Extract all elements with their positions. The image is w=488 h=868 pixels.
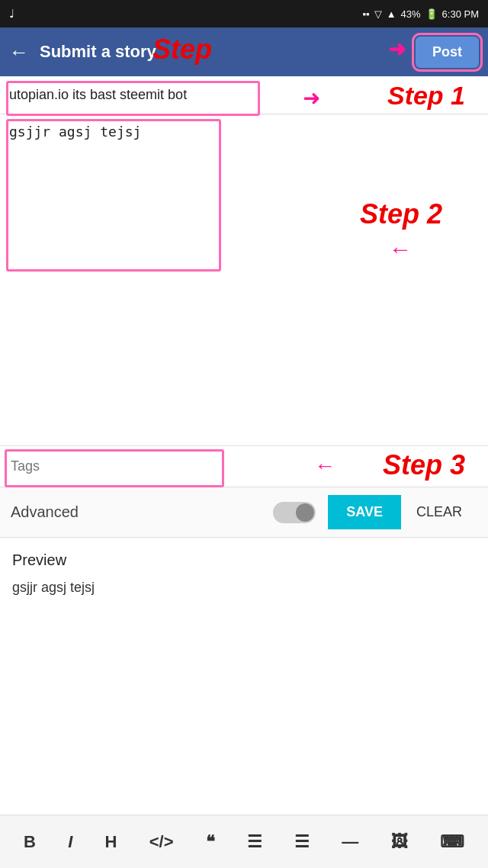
- italic-button[interactable]: I: [62, 826, 79, 858]
- step3-arrow: ←: [314, 454, 336, 478]
- signal-icon: ▪▪: [362, 8, 369, 20]
- step3-label: Step 3: [383, 449, 465, 481]
- music-icon: ♩: [9, 7, 14, 21]
- toggle-thumb: [296, 503, 314, 522]
- code-button[interactable]: </>: [143, 826, 180, 858]
- toggle-track: [273, 502, 316, 523]
- save-button[interactable]: SAVE: [328, 495, 401, 529]
- title-row: ➜ Step 1: [0, 76, 488, 114]
- image-button[interactable]: 🖼: [385, 826, 414, 858]
- battery-icon: 🔋: [425, 8, 438, 20]
- quote-button[interactable]: ❝: [200, 826, 221, 858]
- content-area: ➜ Step 1 gsjjr agsj tejsj ← Step 2 ← Ste…: [0, 76, 488, 690]
- preview-section: Preview gsjjr agsj tejsj: [0, 538, 488, 690]
- preview-content: gsjjr agsj tejsj: [12, 580, 476, 596]
- step1-arrow: ➜: [303, 85, 320, 111]
- step1-label: Step 1: [387, 81, 465, 111]
- bullet-list-button[interactable]: ☰: [241, 826, 268, 858]
- clear-button[interactable]: CLEAR: [401, 495, 477, 529]
- status-left: ♩: [9, 7, 14, 21]
- body-input[interactable]: gsjjr agsj tejsj: [0, 114, 488, 442]
- body-area: gsjjr agsj tejsj ← Step 2: [0, 114, 488, 446]
- status-right: ▪▪ ▽ ▲ 43% 🔋 6:30 PM: [362, 8, 479, 20]
- advanced-toggle[interactable]: [273, 502, 316, 523]
- time-display: 6:30 PM: [442, 8, 479, 20]
- title-input[interactable]: [9, 87, 291, 103]
- status-bar: ♩ ▪▪ ▽ ▲ 43% 🔋 6:30 PM: [0, 0, 488, 27]
- wifi-icon: ▽: [374, 8, 382, 20]
- post-button[interactable]: Post: [416, 37, 479, 68]
- network-icon: ▲: [387, 8, 396, 20]
- bold-button[interactable]: B: [18, 826, 42, 858]
- app-header: ← Submit a story Step ➜ Post: [0, 27, 488, 76]
- step2-arrow: ←: [389, 236, 412, 262]
- back-button[interactable]: ←: [9, 40, 29, 64]
- tags-input[interactable]: [11, 458, 268, 474]
- advanced-label: Advanced: [11, 503, 273, 521]
- battery-text: 43%: [401, 8, 421, 20]
- toolbar-spacer: [0, 690, 488, 744]
- heading-button[interactable]: H: [99, 826, 124, 858]
- step2-label: Step 2: [360, 198, 442, 230]
- controls-row: Advanced SAVE CLEAR: [0, 487, 488, 538]
- ordered-list-button[interactable]: ☰: [288, 826, 316, 858]
- tags-row: ← Step 3: [0, 446, 488, 487]
- preview-label: Preview: [12, 551, 476, 569]
- page-title: Submit a story: [40, 42, 416, 62]
- keyboard-button[interactable]: ⌨: [434, 826, 470, 858]
- editor-toolbar: B I H </> ❝ ☰ ☰ — 🖼 ⌨: [0, 815, 488, 868]
- hr-button[interactable]: —: [336, 826, 364, 858]
